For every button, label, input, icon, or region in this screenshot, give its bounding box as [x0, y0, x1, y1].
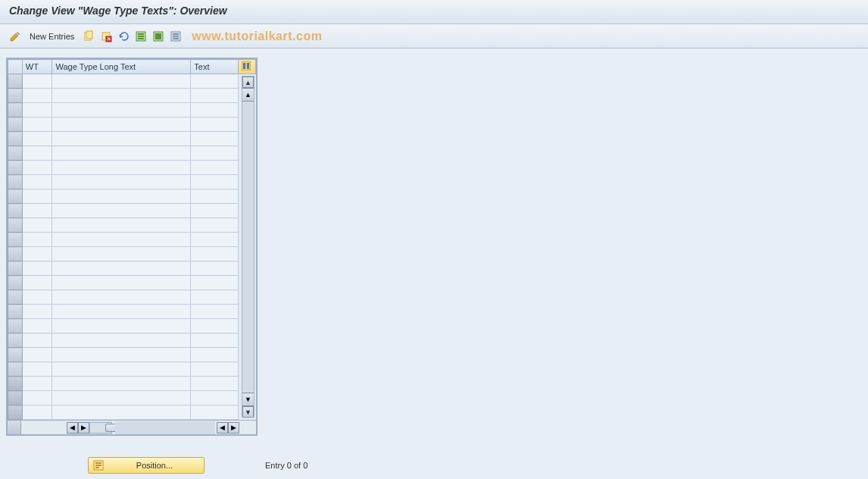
row-selector[interactable]	[8, 132, 23, 146]
row-selector[interactable]	[8, 333, 23, 348]
cell[interactable]	[22, 74, 52, 89]
cell[interactable]	[52, 132, 191, 146]
row-selector[interactable]	[8, 305, 23, 319]
row-selector[interactable]	[8, 233, 23, 247]
cell[interactable]	[191, 89, 239, 103]
col-text-header[interactable]: Text	[191, 60, 239, 74]
row-selector[interactable]	[8, 348, 23, 362]
cell[interactable]	[22, 377, 52, 391]
cell[interactable]	[191, 132, 239, 146]
hscroll-right2-icon[interactable]: ▶	[228, 422, 239, 434]
cell[interactable]	[52, 204, 191, 218]
hscroll-left2-icon[interactable]: ◀	[217, 422, 228, 434]
hscroll-track[interactable]: :::	[89, 422, 112, 434]
cell[interactable]	[22, 276, 52, 290]
cell[interactable]	[52, 391, 191, 405]
row-selector[interactable]	[8, 377, 23, 391]
cell[interactable]	[22, 290, 52, 305]
cell[interactable]	[191, 74, 239, 89]
row-selector[interactable]	[8, 74, 23, 89]
row-selector[interactable]	[8, 189, 23, 204]
col-wt-header[interactable]: WT	[22, 60, 52, 74]
hscroll-left-icon[interactable]: ◀	[67, 422, 78, 434]
cell[interactable]	[191, 175, 239, 189]
scroll-down-icon[interactable]: ▼	[242, 406, 254, 418]
row-selector[interactable]	[8, 146, 23, 161]
cell[interactable]	[191, 218, 239, 233]
cell[interactable]	[191, 261, 239, 276]
cell[interactable]	[22, 348, 52, 362]
row-selector[interactable]	[8, 362, 23, 377]
row-selector[interactable]	[8, 405, 23, 420]
cell[interactable]	[52, 103, 191, 117]
cell[interactable]	[52, 405, 191, 420]
cell[interactable]	[22, 233, 52, 247]
cell[interactable]	[191, 305, 239, 319]
select-all-icon[interactable]	[133, 29, 148, 44]
cell[interactable]	[52, 74, 191, 89]
cell[interactable]	[52, 333, 191, 348]
row-selector[interactable]	[8, 103, 23, 117]
row-selector[interactable]	[8, 117, 23, 132]
cell[interactable]	[52, 247, 191, 261]
row-selector[interactable]	[8, 261, 23, 276]
cell[interactable]	[191, 348, 239, 362]
cell[interactable]	[52, 89, 191, 103]
table-settings-button[interactable]	[238, 60, 255, 74]
cell[interactable]	[191, 117, 239, 132]
cell[interactable]	[22, 305, 52, 319]
cell[interactable]	[191, 189, 239, 204]
cell[interactable]	[22, 333, 52, 348]
cell[interactable]	[52, 362, 191, 377]
undo-icon[interactable]	[116, 29, 131, 44]
pencil-icon[interactable]	[8, 29, 23, 44]
cell[interactable]	[52, 319, 191, 333]
cell[interactable]	[22, 89, 52, 103]
cell[interactable]	[52, 305, 191, 319]
cell[interactable]	[52, 117, 191, 132]
cell[interactable]	[22, 146, 52, 161]
row-selector[interactable]	[8, 89, 23, 103]
row-selector[interactable]	[8, 290, 23, 305]
cell[interactable]	[22, 161, 52, 175]
cell[interactable]	[22, 247, 52, 261]
cell[interactable]	[22, 405, 52, 420]
cell[interactable]	[22, 189, 52, 204]
col-long-header[interactable]: Wage Type Long Text	[52, 60, 191, 74]
position-button[interactable]: Position...	[88, 457, 205, 474]
cell[interactable]	[22, 175, 52, 189]
cell[interactable]	[22, 261, 52, 276]
row-selector[interactable]	[8, 161, 23, 175]
cell[interactable]	[52, 276, 191, 290]
cell[interactable]	[52, 175, 191, 189]
row-selector[interactable]	[8, 218, 23, 233]
cell[interactable]	[191, 103, 239, 117]
row-selector[interactable]	[8, 175, 23, 189]
select-block-icon[interactable]	[151, 29, 166, 44]
cell[interactable]	[52, 261, 191, 276]
row-selector[interactable]	[8, 319, 23, 333]
cell[interactable]	[191, 362, 239, 377]
cell[interactable]	[191, 319, 239, 333]
cell[interactable]	[191, 233, 239, 247]
scroll-up-icon[interactable]: ▲	[242, 77, 254, 88]
cell[interactable]	[52, 218, 191, 233]
col-selector-header[interactable]	[8, 60, 23, 74]
cell[interactable]	[191, 247, 239, 261]
cell[interactable]	[52, 290, 191, 305]
cell[interactable]	[22, 204, 52, 218]
cell[interactable]	[22, 117, 52, 132]
delete-icon[interactable]	[98, 29, 114, 44]
row-selector[interactable]	[8, 276, 23, 290]
cell[interactable]	[191, 405, 239, 420]
cell[interactable]	[22, 362, 52, 377]
cell[interactable]	[191, 161, 239, 175]
cell[interactable]	[52, 348, 191, 362]
page-down-icon[interactable]: ▼	[242, 393, 254, 406]
cell[interactable]	[52, 377, 191, 391]
cell[interactable]	[22, 218, 52, 233]
row-selector[interactable]	[8, 247, 23, 261]
cell[interactable]	[191, 276, 239, 290]
hscroll-right-icon[interactable]: ▶	[78, 422, 89, 434]
cell[interactable]	[52, 189, 191, 204]
